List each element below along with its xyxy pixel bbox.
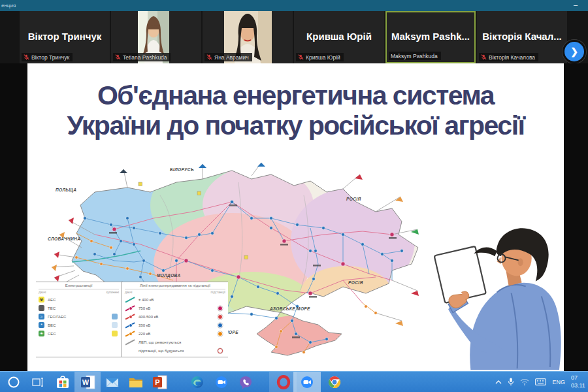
task-view-icon[interactable]: [29, 374, 46, 391]
legend-row-under-construction: підстанції, що будуються: [125, 346, 225, 355]
legend-row-hydro: ≈ ГЕС/ГАЕС: [39, 312, 119, 321]
window-titlebar: енция –: [0, 0, 588, 11]
windows-taskbar: W P: [0, 371, 588, 392]
slide-title: Об'єднана енергетична система України до…: [27, 63, 564, 141]
word-icon[interactable]: W: [80, 374, 97, 391]
participant-label: Maksym Pashkuda: [389, 52, 441, 60]
man-reading-paper-illustration: [431, 219, 565, 370]
line-swatch-500kv: [125, 314, 135, 320]
opera-icon[interactable]: [275, 374, 292, 391]
tray-expand-icon[interactable]: [495, 380, 502, 385]
line-swatch-repair: [125, 339, 135, 346]
participant-strip: Віктор Тринчук Віктор Тринчук: [0, 11, 588, 63]
participant-name: Maksym Pashk...: [387, 31, 474, 42]
participant-name: Вікторія Качал...: [477, 31, 567, 42]
legend-row-400kv: ± 400 кВ: [125, 295, 225, 304]
window-title-fragment: енция: [1, 3, 16, 8]
participant-name: Віктор Тринчук: [20, 31, 110, 42]
edge-icon[interactable]: [189, 374, 206, 391]
thermal-plant-icon: [39, 305, 44, 311]
country-label-poland: ПОЛЬЩА: [56, 188, 76, 192]
legend-row-wind: * ВЕС: [39, 321, 119, 329]
substation-dot-500kv: [218, 314, 223, 319]
wind-plant-icon: *: [39, 322, 44, 328]
legend-row-750kv: 750 кВ: [125, 304, 225, 312]
participant-tile-active-speaker[interactable]: Maksym Pashk... Maksym Pashkuda: [385, 11, 476, 63]
file-explorer-icon[interactable]: [127, 374, 144, 391]
construction-swatch: [125, 348, 135, 354]
system-tray: ENG 07 03.11: [495, 372, 588, 392]
shared-screen-area: Об'єднана енергетична система України до…: [0, 63, 588, 371]
svg-text:P: P: [155, 378, 159, 386]
clock[interactable]: 07 03.11: [571, 374, 588, 389]
network-icon[interactable]: [520, 378, 529, 385]
participant-tile[interactable]: Кривша Юрій Кривша Юрій: [294, 11, 384, 63]
solar-plant-alt-icon: [112, 331, 118, 336]
country-label-belarus: БІЛОРУСЬ: [170, 167, 194, 172]
country-label-russia: РОСІЯ: [346, 197, 361, 201]
substation-dot-220kv: [218, 331, 223, 336]
chrome-icon[interactable]: [326, 374, 343, 391]
muted-mic-icon: [298, 54, 304, 60]
legend-row-330kv: 330 кВ: [125, 321, 225, 329]
substation-construction-dot: [218, 348, 223, 353]
substation-dot-750kv: [218, 306, 223, 311]
legend-stations: Електростанції діючі зупинені ☢ АЕС ТЕС: [36, 282, 122, 357]
line-swatch-220kv: [125, 331, 135, 337]
presentation-slide: Об'єднана енергетична система України до…: [27, 63, 564, 371]
muted-mic-icon: [481, 54, 487, 60]
line-swatch-400kv: [125, 297, 135, 303]
mail-icon[interactable]: [104, 374, 121, 391]
cortana-icon[interactable]: [5, 374, 22, 391]
ukraine-energy-map: ПОЛЬЩА БІЛОРУСЬ РОСІЯ СЛОВАЧЧИНА УГОРЩИН…: [36, 156, 423, 365]
wind-plant-alt-icon: [112, 322, 118, 328]
legend-row-500kv: 400-500 кВ: [125, 312, 225, 321]
participant-tile[interactable]: Вікторія Качал... Вікторія Качалова: [477, 11, 567, 63]
participant-label: Tetiana Pashkuda: [113, 53, 171, 61]
sea-label-azov: АЗОВСЬКЕ МОРЕ: [270, 306, 310, 311]
participant-label: Віктор Тринчук: [22, 53, 73, 61]
language-indicator[interactable]: ENG: [552, 379, 565, 385]
viber-icon[interactable]: [237, 374, 254, 391]
zoom-icon[interactable]: [299, 374, 316, 391]
legend-row-nuclear: ☢ АЕС: [39, 295, 119, 304]
line-swatch-330kv: [125, 322, 135, 329]
muted-mic-icon: [24, 54, 29, 60]
participant-tile[interactable]: Віктор Тринчук Віктор Тринчук: [20, 11, 110, 63]
muted-mic-icon: [206, 54, 212, 60]
country-label-russia: РОСІЯ: [348, 280, 363, 285]
zoom-icon[interactable]: [213, 374, 230, 391]
participant-tile[interactable]: Tetiana Pashkuda: [111, 11, 201, 63]
legend-lines: Лінії електропередавання та підстанції д…: [122, 282, 228, 357]
participant-tile[interactable]: Яна Аврамич: [203, 11, 293, 63]
next-participants-button[interactable]: ❯: [563, 40, 586, 63]
chevron-right-icon: ❯: [570, 46, 578, 57]
participant-label: Вікторія Качалова: [479, 53, 538, 61]
substation-dot-330kv: [218, 323, 223, 328]
touch-keyboard-icon[interactable]: [535, 378, 546, 385]
line-swatch-750kv: [125, 305, 135, 312]
legend-row-repair: ЛЕП, що ремонтуються: [125, 338, 225, 346]
nuclear-plant-icon: ☢: [39, 297, 44, 302]
participant-label: Яна Аврамич: [204, 53, 252, 61]
solar-plant-icon: ☀: [39, 331, 44, 336]
participant-label: Кривша Юрій: [296, 53, 344, 61]
clock-time: 07: [571, 374, 578, 381]
hydro-plant-icon: ≈: [39, 314, 44, 319]
participant-name: Кривша Юрій: [294, 31, 384, 42]
country-label-moldova: МОЛДОВА: [157, 273, 181, 278]
hydro-plant-alt-icon: [112, 314, 118, 319]
country-label-slovakia: СЛОВАЧЧИНА: [48, 237, 80, 241]
map-legend: Електростанції діючі зупинені ☢ АЕС ТЕС: [36, 282, 228, 357]
microphone-icon[interactable]: [508, 378, 514, 386]
legend-row-220kv: 220 кВ: [125, 329, 225, 338]
legend-row-thermal: ТЕС: [39, 304, 119, 312]
clock-date: 03.11: [571, 382, 585, 389]
powerpoint-icon[interactable]: P: [152, 374, 169, 391]
person-illustration: [431, 219, 565, 370]
minimize-icon[interactable]: –: [574, 1, 578, 8]
microsoft-store-icon[interactable]: [54, 374, 71, 391]
legend-row-solar: ☀ СЕС: [39, 329, 119, 338]
svg-text:W: W: [82, 378, 90, 386]
muted-mic-icon: [115, 54, 121, 60]
